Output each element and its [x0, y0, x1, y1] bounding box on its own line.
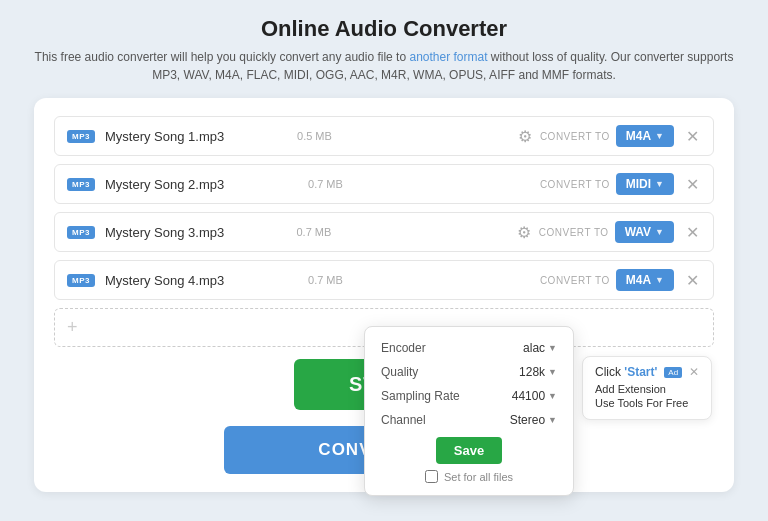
header-description: This free audio converter will help you …: [30, 48, 738, 84]
file-badge-4: MP3: [67, 274, 95, 287]
file-size-4: 0.7 MB: [308, 274, 343, 286]
arrow-icon-2: ▼: [655, 179, 664, 189]
main-card: MP3 Mystery Song 1.mp3 0.5 MB ⚙ CONVERT …: [34, 98, 734, 492]
ad-bubble-header: Click 'Start' Ad ✕: [595, 365, 699, 379]
encoder-arrow: ▼: [548, 343, 557, 353]
file-row: MP3 Mystery Song 1.mp3 0.5 MB ⚙ CONVERT …: [54, 116, 714, 156]
close-btn-4[interactable]: ✕: [684, 271, 701, 290]
format-btn-4[interactable]: M4A ▼: [616, 269, 674, 291]
sampling-value[interactable]: 44100 ▼: [512, 389, 557, 403]
ad-bubble: Click 'Start' Ad ✕ Add Extension Use Too…: [582, 356, 712, 420]
file-row-2: MP3 Mystery Song 2.mp3 0.7 MB CONVERT TO…: [54, 164, 714, 204]
convert-label-3: CONVERT TO: [539, 227, 609, 238]
file-name-1: Mystery Song 1.mp3: [105, 129, 291, 144]
format-btn-2[interactable]: MIDI ▼: [616, 173, 674, 195]
encoder-value[interactable]: alac ▼: [523, 341, 557, 355]
file-badge-2: MP3: [67, 178, 95, 191]
encoder-label: Encoder: [381, 341, 426, 355]
convert-label-2: CONVERT TO: [540, 179, 610, 190]
file-row-4: MP3 Mystery Song 4.mp3 0.7 MB CONVERT TO…: [54, 260, 714, 300]
page-wrapper: Online Audio Converter This free audio c…: [0, 0, 768, 521]
quality-row: Quality 128k ▼: [381, 365, 557, 379]
ad-start-link[interactable]: 'Start': [624, 365, 657, 379]
arrow-icon-4: ▼: [655, 275, 664, 285]
close-btn-3[interactable]: ✕: [684, 223, 701, 242]
arrow-icon-1: ▼: [655, 131, 664, 141]
ad-line-2: Use Tools For Free: [595, 397, 699, 409]
ad-badge: Ad: [664, 367, 682, 378]
encoder-row: Encoder alac ▼: [381, 341, 557, 355]
header: Online Audio Converter This free audio c…: [0, 16, 768, 84]
convert-label-4: CONVERT TO: [540, 275, 610, 286]
format-btn-3[interactable]: WAV ▼: [615, 221, 674, 243]
page-title: Online Audio Converter: [30, 16, 738, 42]
file-size-1: 0.5 MB: [297, 130, 332, 142]
close-btn-1[interactable]: ✕: [684, 127, 701, 146]
channel-label: Channel: [381, 413, 426, 427]
settings-popup: Encoder alac ▼ Quality 128k ▼ Sampling R…: [364, 326, 574, 496]
channel-arrow: ▼: [548, 415, 557, 425]
channel-value[interactable]: Stereo ▼: [510, 413, 557, 427]
ad-line-1: Add Extension: [595, 383, 699, 395]
file-badge-3: MP3: [67, 226, 95, 239]
set-all-row: Set for all files: [381, 470, 557, 483]
file-name-2: Mystery Song 2.mp3: [105, 177, 302, 192]
sampling-label: Sampling Rate: [381, 389, 460, 403]
gear-icon-3[interactable]: ⚙: [517, 223, 531, 242]
quality-value[interactable]: 128k ▼: [519, 365, 557, 379]
sampling-row: Sampling Rate 44100 ▼: [381, 389, 557, 403]
channel-row: Channel Stereo ▼: [381, 413, 557, 427]
quality-arrow: ▼: [548, 367, 557, 377]
file-name-4: Mystery Song 4.mp3: [105, 273, 302, 288]
file-badge-1: MP3: [67, 130, 95, 143]
ad-click-text: Click 'Start': [595, 365, 657, 379]
close-btn-2[interactable]: ✕: [684, 175, 701, 194]
save-button[interactable]: Save: [436, 437, 502, 464]
file-row-3: MP3 Mystery Song 3.mp3 0.7 MB ⚙ CONVERT …: [54, 212, 714, 252]
set-all-label: Set for all files: [444, 471, 513, 483]
gear-icon-1[interactable]: ⚙: [518, 127, 532, 146]
quality-label: Quality: [381, 365, 418, 379]
sampling-arrow: ▼: [548, 391, 557, 401]
convert-label-1: CONVERT TO: [540, 131, 610, 142]
file-size-2: 0.7 MB: [308, 178, 343, 190]
arrow-icon-3: ▼: [655, 227, 664, 237]
set-all-checkbox[interactable]: [425, 470, 438, 483]
header-link[interactable]: another format: [409, 50, 487, 64]
format-btn-1[interactable]: M4A ▼: [616, 125, 674, 147]
plus-icon: +: [67, 317, 78, 338]
file-size-3: 0.7 MB: [296, 226, 331, 238]
ad-close-icon[interactable]: ✕: [689, 365, 699, 379]
file-name-3: Mystery Song 3.mp3: [105, 225, 290, 240]
